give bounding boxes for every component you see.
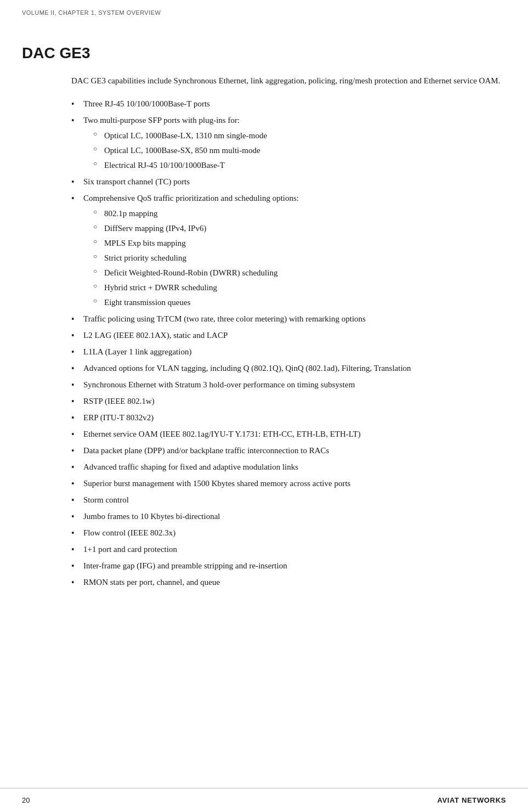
list-item: 1+1 port and card protection [71,543,506,556]
list-item: Superior burst management with 1500 Kbyt… [71,477,506,490]
page-container: VOLUME II, CHAPTER 1, SYSTEM OVERVIEW DA… [0,0,528,812]
sub-list-item: Deficit Weighted-Round-Robin (DWRR) sche… [93,266,506,279]
sub-list-item: MPLS Exp bits mapping [93,236,506,250]
list-item: Data packet plane (DPP) and/or backplane… [71,444,506,457]
list-item: Three RJ-45 10/100/1000Base-T ports [71,97,506,110]
list-item: ERP (ITU-T 8032v2) [71,411,506,424]
section-title: DAC GE3 [22,44,506,62]
list-item: Advanced traffic shaping for fixed and a… [71,460,506,473]
sub-list-item: Optical LC, 1000Base-SX, 850 nm multi-mo… [93,144,506,157]
footer-bar: 20 AVIAT NETWORKS [0,788,528,812]
sub-list: Optical LC, 1000Base-LX, 1310 nm single-… [93,129,506,172]
page-number: 20 [22,796,30,804]
list-item: Flow control (IEEE 802.3x) [71,526,506,539]
header-bar: VOLUME II, CHAPTER 1, SYSTEM OVERVIEW [0,0,528,22]
list-item: Advanced options for VLAN tagging, inclu… [71,362,506,375]
list-item: Six transport channel (TC) ports [71,175,506,188]
list-item: Synchronous Ethernet with Stratum 3 hold… [71,378,506,391]
list-item: Traffic policing using TrTCM (two rate, … [71,312,506,325]
sub-list-item: Strict priority scheduling [93,251,506,264]
brand-name: AVIAT NETWORKS [437,796,506,804]
sub-list-item: Hybrid strict + DWRR scheduling [93,281,506,294]
list-item: Storm control [71,493,506,506]
feature-list: Three RJ-45 10/100/1000Base-T portsTwo m… [71,97,506,589]
list-item: RSTP (IEEE 802.1w) [71,394,506,408]
list-item: Comprehensive QoS traffic prioritization… [71,191,506,309]
main-content: DAC GE3 DAC GE3 capabilities include Syn… [0,22,528,625]
list-item: L1LA (Layer 1 link aggregation) [71,345,506,358]
list-item: Two multi-purpose SFP ports with plug-in… [71,114,506,172]
list-item: Jumbo frames to 10 Kbytes bi-directional [71,510,506,523]
list-item: Ethernet service OAM (IEEE 802.1ag/IYU-T… [71,427,506,441]
list-item: RMON stats per port, channel, and queue [71,576,506,589]
sub-list-item: Electrical RJ-45 10/100/1000Base-T [93,159,506,172]
list-item: L2 LAG (IEEE 802.1AX), static and LACP [71,329,506,342]
list-item: Inter-frame gap (IFG) and preamble strip… [71,559,506,572]
sub-list-item: Optical LC, 1000Base-LX, 1310 nm single-… [93,129,506,142]
intro-paragraph: DAC GE3 capabilities include Synchronous… [71,74,506,87]
sub-list-item: Eight transmission queues [93,296,506,309]
sub-list: 802.1p mappingDiffServ mapping (IPv4, IP… [93,207,506,309]
sub-list-item: 802.1p mapping [93,207,506,220]
header-text: VOLUME II, CHAPTER 1, SYSTEM OVERVIEW [22,9,161,16]
sub-list-item: DiffServ mapping (IPv4, IPv6) [93,222,506,235]
